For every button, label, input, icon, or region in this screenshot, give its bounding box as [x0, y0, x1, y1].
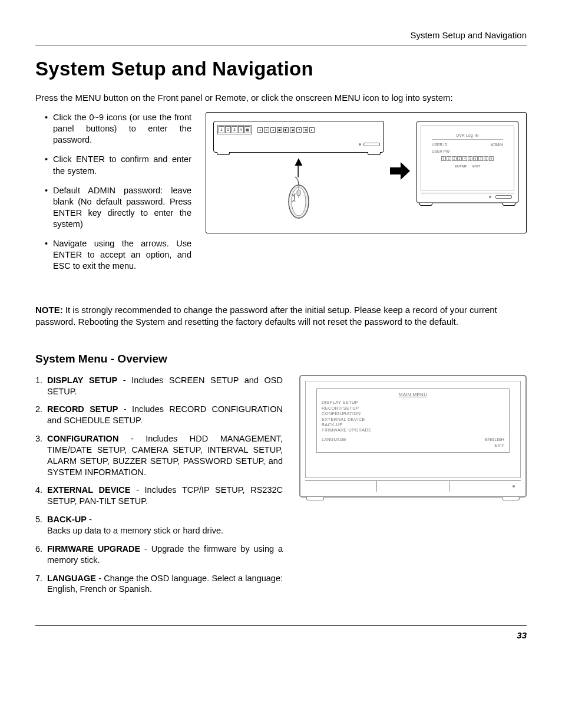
note-label: NOTE:	[35, 305, 63, 315]
led-icon	[489, 196, 491, 198]
list-item: Click ENTER to confirm and enter the sys…	[53, 154, 191, 176]
menu-item: FIRMWARE UPGRADE	[322, 427, 504, 433]
digit-key: 9	[489, 156, 494, 161]
led-icon	[359, 143, 361, 146]
figure-login-diagram: 1 2 3 4 ▦ ◂ ॥ ● ▣ ◧	[206, 112, 527, 233]
digit-key: 2	[452, 156, 457, 161]
digit-key: 4	[462, 156, 467, 161]
pause-icon: ॥	[264, 127, 269, 133]
figure-main-menu: MAIN MENU DISPLAY SETUP RECORD SETUP CON…	[299, 375, 527, 500]
overview-heading: System Menu - Overview	[35, 351, 527, 367]
drive-slot-icon	[363, 143, 380, 146]
tool-icon: ▣	[277, 127, 282, 133]
enter-label: ENTER	[455, 164, 467, 169]
key-1: 1	[219, 126, 224, 133]
note-text: It is strongly recommended to change the…	[35, 305, 497, 327]
exit-label: EXIT	[472, 164, 480, 169]
dvr-front-panel: 1 2 3 4 ▦ ◂ ॥ ● ▣ ◧	[213, 121, 384, 153]
digit-key: 5	[468, 156, 472, 161]
list-item: 1.DISPLAY SETUP - Includes SCREEN SETUP …	[47, 375, 283, 397]
menu-item: CONFIGURATION	[322, 411, 504, 416]
menu-item: RECORD SETUP	[322, 406, 504, 411]
list-item: 6.FIRMWARE UPGRADE - Upgrade the firmwar…	[47, 543, 283, 566]
led-icon	[513, 485, 515, 487]
login-monitor: DVR Log-IN USER ID ADMIN USER PW 0	[416, 121, 519, 203]
list-item: 2.RECORD SETUP - Includes RECORD CONFIGU…	[47, 404, 283, 426]
right-arrow-icon	[390, 162, 410, 183]
language-label: LANGUAGE	[322, 437, 346, 443]
tool-icon: ◍	[303, 127, 308, 133]
svg-rect-3	[297, 190, 300, 196]
page-number: 33	[35, 625, 527, 641]
exit-label: EXIT	[322, 443, 504, 449]
list-item: Default ADMIN password: leave blank (No …	[53, 185, 191, 230]
up-arrow-icon: ▲│	[213, 157, 384, 173]
play-icon: ▸	[309, 127, 315, 133]
digit-key: 3	[457, 156, 462, 161]
key-4: 4	[238, 126, 244, 133]
grid-icon: ▦	[244, 126, 250, 133]
intro-paragraph: Press the MENU button on the Front panel…	[35, 92, 527, 104]
login-title: DVR Log-IN	[432, 133, 503, 140]
main-menu-monitor: MAIN MENU DISPLAY SETUP RECORD SETUP CON…	[299, 375, 527, 498]
running-head: System Setup and Navigation	[35, 29, 527, 45]
list-item: 3.CONFIGURATION - Includes HDD MANAGEMEN…	[47, 433, 283, 477]
digit-key: 1	[447, 156, 451, 161]
instruction-list: Click the 0~9 icons (or use the front pa…	[35, 112, 191, 281]
rewind-icon: ◂	[257, 127, 263, 133]
toolbar-icons: ◂ ॥ ● ▣ ◧ ◉ ✦ ◍ ▸	[257, 127, 315, 133]
list-item: Click the 0~9 icons (or use the front pa…	[53, 112, 191, 146]
menu-item: BACK-UP	[322, 422, 504, 427]
digit-key: 8	[484, 156, 488, 161]
key-3: 3	[232, 126, 237, 133]
user-id-value: ADMIN	[491, 143, 503, 148]
page-title: System Setup and Navigation	[35, 56, 527, 83]
key-2: 2	[225, 126, 231, 133]
digit-key: 0	[441, 156, 446, 161]
list-item: 5.BACK-UP -Backs up data to a memory sti…	[47, 514, 283, 536]
drive-slot-icon	[495, 195, 512, 199]
main-menu-title: MAIN MENU	[322, 392, 504, 398]
language-value: ENGLISH	[485, 437, 504, 443]
number-keys: 1 2 3 4 ▦	[217, 125, 252, 134]
user-id-label: USER ID	[432, 143, 447, 148]
digit-key: 6	[473, 156, 478, 161]
menu-item: DISPLAY SETUP	[322, 400, 504, 405]
menu-overview-list: 1.DISPLAY SETUP - Includes SCREEN SETUP …	[35, 375, 283, 602]
tool-icon: ◧	[283, 127, 289, 133]
tool-icon: ✦	[296, 127, 302, 133]
rec-icon: ●	[270, 127, 276, 133]
list-item: 7.LANGUAGE - Change the OSD language. Se…	[47, 573, 283, 595]
digit-key: 7	[478, 156, 483, 161]
mouse-icon	[213, 176, 384, 225]
digit-row: 0 1 2 3 4 5 6 7 8 9	[425, 156, 510, 161]
tool-icon: ◉	[290, 127, 295, 133]
menu-item: EXTERNAL DEVICE	[322, 417, 504, 422]
list-item: Navigate using the arrows. Use ENTER to …	[53, 238, 191, 272]
note-paragraph: NOTE: It is strongly recommended to chan…	[35, 304, 527, 328]
user-pw-label: USER PW	[432, 149, 449, 154]
list-item: 4.EXTERNAL DEVICE - Includes TCP/IP SETU…	[47, 485, 283, 507]
